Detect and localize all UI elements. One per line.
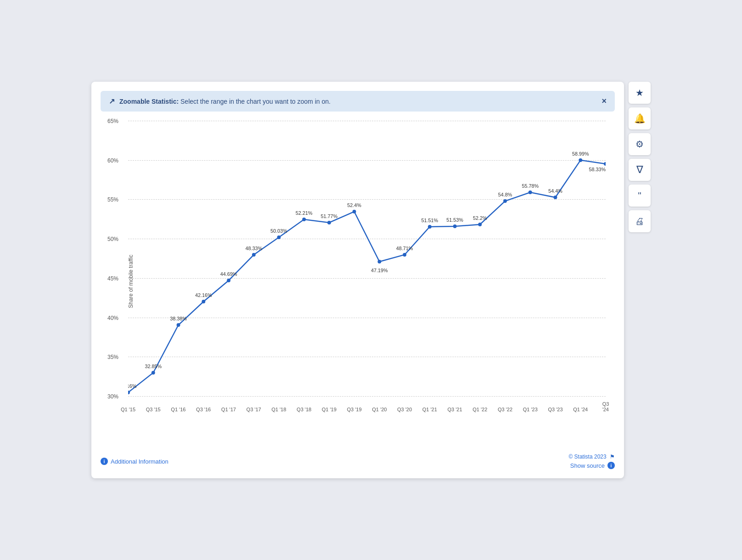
label-17: 54.4% [548, 188, 562, 194]
y-label-35: 35% [107, 354, 118, 360]
label-16: 55.78% [522, 183, 539, 189]
point-18 [579, 158, 582, 162]
point-7 [302, 218, 306, 221]
label-2: 38.38% [170, 316, 187, 321]
settings-button[interactable]: ⚙ [629, 133, 651, 155]
x-label-9: Q3 '19 [347, 407, 361, 412]
point-11 [403, 253, 406, 257]
point-2 [177, 323, 180, 327]
zoom-text-bold: Zoomable Statistic: [119, 98, 179, 105]
additional-info-button[interactable]: i Additional Information [101, 458, 169, 465]
label-18: 58.99% [572, 151, 589, 157]
footer-bar: i Additional Information © Statista 2023… [101, 449, 615, 469]
label-4: 44.69% [220, 271, 237, 277]
x-label-6: Q1 '18 [271, 407, 286, 412]
x-label-13: Q3 '21 [448, 407, 462, 412]
show-source-button[interactable]: Show source i [570, 462, 615, 469]
flag-icon: ⚑ [610, 454, 615, 460]
label-1: 32.85% [145, 364, 162, 369]
y-label-40: 40% [107, 315, 118, 321]
label-19: 58.33% [589, 167, 606, 172]
print-button[interactable]: 🖨 [629, 210, 651, 232]
footer-right: © Statista 2023 ⚑ Show source i [568, 454, 615, 469]
x-label-10: Q1 '20 [372, 407, 387, 412]
quote-button[interactable]: " [629, 185, 651, 207]
show-source-label: Show source [570, 462, 605, 469]
chart-line [128, 160, 606, 392]
bell-icon: 🔔 [634, 113, 646, 124]
label-9: 52.4% [347, 202, 361, 208]
label-11: 48.71% [396, 246, 413, 251]
point-3 [202, 300, 205, 303]
show-source-info-icon: i [607, 462, 615, 469]
bell-button[interactable]: 🔔 [629, 107, 651, 129]
y-label-45: 45% [107, 275, 118, 282]
x-label-14: Q1 '22 [472, 407, 487, 412]
point-4 [227, 279, 230, 282]
share-icon: ∇ [636, 164, 643, 176]
chart-card: ↗ Zoomable Statistic: Select the range i… [91, 82, 624, 478]
statista-credit: © Statista 2023 ⚑ [568, 454, 615, 460]
point-19 [604, 162, 606, 166]
print-icon: 🖨 [635, 216, 644, 227]
label-0: 31.16% [128, 383, 137, 389]
x-axis-labels: Q1 '15 Q3 '15 Q1 '16 Q3 '16 Q1 '17 Q3 '1… [128, 396, 606, 414]
point-9 [353, 210, 356, 213]
chart-area: Share of mobile traffic 65% 60% 55% [101, 121, 615, 442]
x-label-18: Q1 '24 [573, 407, 588, 412]
x-label-1: Q3 '15 [146, 407, 161, 412]
label-10: 47.19% [371, 268, 388, 273]
label-8: 51.77% [321, 213, 338, 219]
x-label-11: Q3 '20 [397, 407, 412, 412]
point-12 [428, 225, 432, 229]
zoom-text: Zoomable Statistic: Select the range in … [119, 98, 331, 105]
label-13: 51.53% [446, 217, 463, 223]
x-label-8: Q1 '19 [322, 407, 337, 412]
x-label-12: Q1 '21 [422, 407, 437, 412]
zoom-banner: ↗ Zoomable Statistic: Select the range i… [101, 91, 615, 112]
zoom-icon: ↗ [109, 97, 115, 106]
x-label-2: Q1 '16 [171, 407, 186, 412]
label-14: 52.2% [473, 215, 487, 221]
point-15 [503, 199, 507, 203]
point-1 [152, 371, 155, 375]
zoom-text-body: Select the range in the chart you want t… [179, 98, 331, 105]
point-16 [528, 190, 532, 194]
zoom-banner-left: ↗ Zoomable Statistic: Select the range i… [109, 97, 331, 106]
point-17 [554, 196, 557, 199]
additional-info-label: Additional Information [111, 458, 169, 465]
zoom-close-button[interactable]: × [601, 96, 607, 106]
point-10 [377, 260, 381, 263]
y-label-65: 65% [107, 118, 118, 124]
x-label-15: Q3 '22 [498, 407, 512, 412]
x-label-3: Q3 '16 [196, 407, 211, 412]
label-7: 52.21% [296, 210, 313, 216]
star-icon: ★ [635, 87, 644, 98]
chart-inner: 65% 60% 55% 50% 45% 40% [128, 121, 606, 414]
label-3: 42.16% [195, 292, 212, 298]
line-chart-svg: 31.16% 32.85% 38.38% 42.16% 44.69% [128, 121, 606, 396]
y-label-30: 30% [107, 393, 118, 400]
label-12: 51.51% [422, 218, 438, 223]
label-15: 54.8% [498, 192, 512, 197]
x-label-16: Q1 '23 [523, 407, 538, 412]
side-toolbar: ★ 🔔 ⚙ ∇ " 🖨 [629, 82, 651, 232]
x-label-5: Q3 '17 [247, 407, 261, 412]
gear-icon: ⚙ [635, 139, 644, 150]
x-label-17: Q3 '23 [548, 407, 562, 412]
y-label-55: 55% [107, 196, 118, 203]
info-icon: i [101, 458, 108, 465]
share-button[interactable]: ∇ [629, 159, 651, 181]
point-8 [327, 221, 331, 224]
y-label-60: 60% [107, 157, 118, 164]
point-6 [277, 235, 281, 239]
star-button[interactable]: ★ [629, 82, 651, 104]
x-label-19: Q3 '24 [602, 401, 609, 412]
page-wrapper: ↗ Zoomable Statistic: Select the range i… [82, 73, 660, 487]
point-14 [478, 223, 482, 226]
quote-icon: " [638, 190, 641, 201]
label-5: 48.33% [245, 246, 262, 251]
label-6: 50.03% [270, 228, 287, 234]
point-13 [453, 224, 457, 228]
point-5 [252, 253, 256, 257]
